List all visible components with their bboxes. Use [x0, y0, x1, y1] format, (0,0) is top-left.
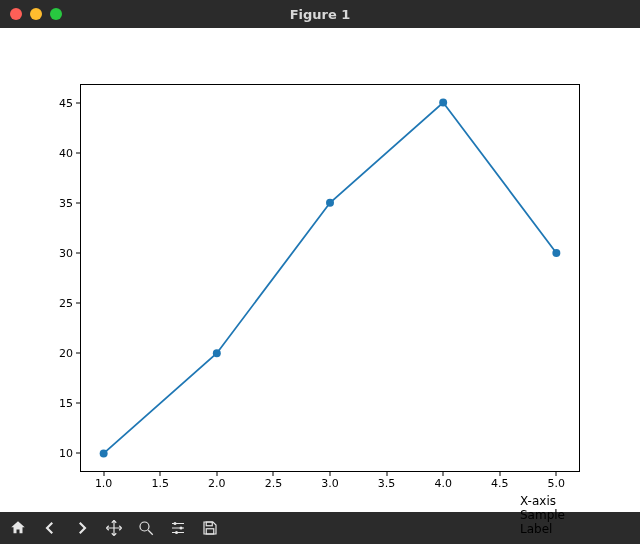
zoom-button[interactable]: [130, 513, 162, 543]
x-tick-label: 3.0: [310, 477, 350, 490]
y-tick-label: 20: [43, 347, 73, 360]
chart-canvas: 10152025303540451.01.52.02.53.03.54.04.5…: [0, 28, 640, 512]
save-button[interactable]: [194, 513, 226, 543]
titlebar: Figure 1: [0, 0, 640, 28]
x-tick-mark: [160, 471, 161, 476]
data-marker: [100, 449, 108, 457]
svg-rect-4: [206, 522, 212, 526]
x-tick-mark: [103, 471, 104, 476]
y-tick-label: 15: [43, 397, 73, 410]
x-tick-mark: [443, 471, 444, 476]
x-tick-label: 4.5: [480, 477, 520, 490]
data-marker: [326, 199, 334, 207]
data-marker: [439, 99, 447, 107]
back-button[interactable]: [34, 513, 66, 543]
minimize-icon[interactable]: [30, 8, 42, 20]
x-tick-label: 3.5: [367, 477, 407, 490]
y-tick-label: 35: [43, 196, 73, 209]
arrow-left-icon: [41, 519, 59, 537]
save-icon: [201, 519, 219, 537]
y-tick-label: 25: [43, 297, 73, 310]
x-tick-mark: [499, 471, 500, 476]
y-tick-mark: [76, 102, 81, 103]
y-tick-mark: [76, 453, 81, 454]
window-controls: [10, 8, 62, 20]
x-tick-label: 4.0: [423, 477, 463, 490]
line-plot: [81, 85, 579, 471]
x-tick-mark: [556, 471, 557, 476]
data-marker: [213, 349, 221, 357]
x-tick-label: 5.0: [536, 477, 576, 490]
data-line: [104, 103, 557, 454]
chart-axes: 10152025303540451.01.52.02.53.03.54.04.5…: [80, 84, 580, 472]
svg-point-1: [174, 522, 177, 525]
x-tick-label: 1.0: [84, 477, 124, 490]
x-tick-label: 2.0: [197, 477, 237, 490]
configure-button[interactable]: [162, 513, 194, 543]
x-tick-mark: [273, 471, 274, 476]
svg-point-0: [140, 522, 149, 531]
home-icon: [9, 519, 27, 537]
y-tick-label: 30: [43, 246, 73, 259]
data-marker: [552, 249, 560, 257]
svg-point-2: [180, 527, 183, 530]
move-icon: [105, 519, 123, 537]
y-tick-label: 10: [43, 447, 73, 460]
figure-window: Figure 1 10152025303540451.01.52.02.53.0…: [0, 0, 640, 544]
svg-point-3: [175, 531, 178, 534]
svg-rect-5: [206, 529, 214, 534]
x-tick-mark: [386, 471, 387, 476]
x-tick-mark: [216, 471, 217, 476]
y-tick-label: 45: [43, 96, 73, 109]
y-tick-mark: [76, 152, 81, 153]
window-title: Figure 1: [0, 7, 640, 22]
y-tick-mark: [76, 303, 81, 304]
home-button[interactable]: [2, 513, 34, 543]
x-axis-label: X-axis Sample Label: [520, 494, 580, 536]
y-tick-label: 40: [43, 146, 73, 159]
zoom-icon: [137, 519, 155, 537]
sliders-icon: [169, 519, 187, 537]
y-tick-mark: [76, 252, 81, 253]
forward-button[interactable]: [66, 513, 98, 543]
close-icon[interactable]: [10, 8, 22, 20]
y-tick-mark: [76, 353, 81, 354]
y-tick-mark: [76, 202, 81, 203]
x-tick-label: 2.5: [253, 477, 293, 490]
pan-button[interactable]: [98, 513, 130, 543]
arrow-right-icon: [73, 519, 91, 537]
maximize-icon[interactable]: [50, 8, 62, 20]
x-tick-label: 1.5: [140, 477, 180, 490]
x-tick-mark: [330, 471, 331, 476]
y-tick-mark: [76, 403, 81, 404]
